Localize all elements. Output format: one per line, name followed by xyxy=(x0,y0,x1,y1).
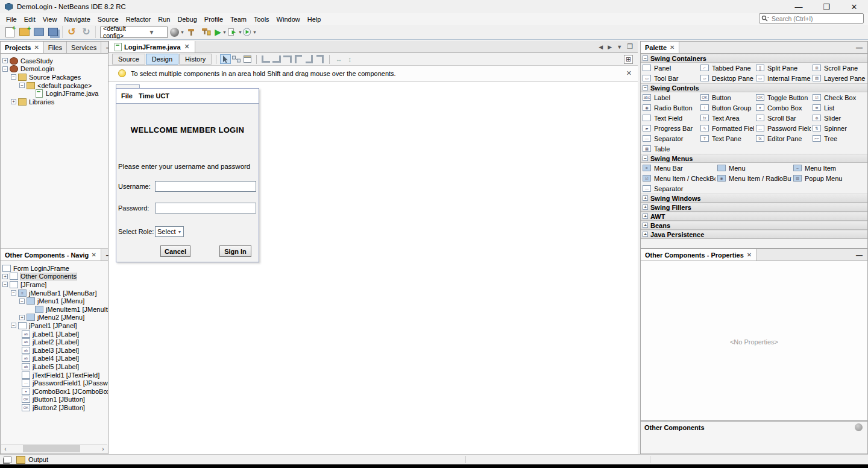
palette-item-menu-separator[interactable]: —Separator xyxy=(641,183,715,194)
close-icon[interactable]: ✕ xyxy=(34,44,39,51)
tree-item-demologin[interactable]: − DemoLogin xyxy=(2,65,108,74)
designed-jframe[interactable]: File Time UCT WELLCOME MEMBER LOGIN Plea… xyxy=(116,88,259,262)
tab-services[interactable]: Services xyxy=(67,42,101,53)
scroll-tabs-right-icon[interactable]: ▶ xyxy=(608,44,612,50)
menu-edit[interactable]: Edit xyxy=(20,14,39,24)
minimize-panel-button[interactable]: — xyxy=(851,42,867,53)
palette-section-swing-containers[interactable]: −Swing Containers xyxy=(641,54,867,63)
nav-item-form[interactable]: Form LoginJFrame xyxy=(2,264,108,273)
palette-item-layered-pane[interactable]: ▨Layered Pane xyxy=(811,73,867,83)
palette-item-table[interactable]: ▦Table xyxy=(641,144,699,154)
nav-item-jmenu1[interactable]: − jMenu1 [JMenu] xyxy=(2,297,108,305)
search-input[interactable] xyxy=(770,14,863,23)
nav-item-jmenubar1[interactable]: − ≡ jMenuBar1 [JMenuBar] xyxy=(2,289,108,297)
navigator-hscrollbar[interactable]: ‹ › xyxy=(1,444,107,453)
collapse-icon[interactable]: − xyxy=(19,299,25,304)
nav-item-jlabel5[interactable]: ab jLabel5 [JLabel] xyxy=(2,362,108,371)
debug-project-button[interactable]: ▼ xyxy=(228,25,242,39)
palette-section-java-persistence[interactable]: +Java Persistence xyxy=(641,230,867,239)
collapse-icon[interactable]: − xyxy=(11,74,16,80)
nav-item-jframe[interactable]: − [JFrame] xyxy=(2,280,108,289)
form-title-label[interactable]: WELLCOME MEMBER LOGIN xyxy=(116,125,259,134)
view-history-button[interactable]: History xyxy=(179,54,212,65)
quick-search[interactable] xyxy=(759,13,864,24)
palette-item-progress-bar[interactable]: ▰Progress Bar xyxy=(641,123,699,133)
password-label[interactable]: Password: xyxy=(118,204,155,212)
palette-item-tree[interactable]: ⌐⌐Tree xyxy=(811,133,867,144)
scroll-tabs-left-icon[interactable]: ◀ xyxy=(599,44,603,50)
scrollbar-thumb[interactable] xyxy=(23,445,80,452)
close-icon[interactable]: ✕ xyxy=(747,251,752,258)
palette-item-menu[interactable]: Menu xyxy=(715,163,791,173)
clean-build-button[interactable] xyxy=(199,25,213,39)
nav-item-jlabel4[interactable]: ab jLabel4 [JLabel] xyxy=(2,355,108,363)
palette-item-text-pane[interactable]: TText Pane xyxy=(699,133,754,144)
role-combobox[interactable]: Select ▼ xyxy=(155,226,184,237)
expand-icon[interactable]: + xyxy=(19,315,25,320)
resize-horizontal-button[interactable]: ↔ xyxy=(333,54,344,64)
palette-item-button-group[interactable]: ⁝Button Group xyxy=(699,103,754,113)
new-file-button[interactable] xyxy=(2,25,17,39)
menu-team[interactable]: Team xyxy=(227,14,250,24)
palette-item-text-area[interactable]: Text Area xyxy=(699,113,754,123)
menu-source[interactable]: Source xyxy=(94,14,122,24)
role-label[interactable]: Select Role: xyxy=(118,228,155,235)
palette-item-desktop-pane[interactable]: ▱Desktop Pane xyxy=(699,73,754,83)
save-all-button[interactable] xyxy=(46,25,60,39)
palette-item-tool-bar[interactable]: ▭Tool Bar xyxy=(641,73,699,83)
palette-item-spinner[interactable]: ⇅Spinner xyxy=(811,123,867,133)
deploy-button[interactable]: ▼ xyxy=(170,25,184,39)
palette-item-toggle-button[interactable]: Toggle Button xyxy=(754,92,811,103)
align-bottom-button[interactable] xyxy=(304,54,315,64)
center-horizontal-button[interactable] xyxy=(282,54,293,64)
password-field[interactable] xyxy=(155,203,256,213)
palette-item-panel[interactable]: Panel xyxy=(641,63,699,73)
palette-item-scroll-pane[interactable]: ⊞Scroll Pane xyxy=(811,63,867,73)
expand-icon[interactable]: + xyxy=(643,213,648,219)
nav-item-jmenu2[interactable]: + jMenu2 [JMenu] xyxy=(2,314,108,322)
palette-item-combo-box[interactable]: ▾Combo Box xyxy=(754,103,811,113)
designed-menu-timeuct[interactable]: Time UCT xyxy=(139,92,169,100)
expand-icon[interactable]: + xyxy=(2,58,8,63)
scroll-right-icon[interactable]: › xyxy=(99,446,107,452)
designed-menubar[interactable]: File Time UCT xyxy=(116,89,259,104)
scroll-left-icon[interactable]: ‹ xyxy=(1,446,10,452)
align-top-button[interactable] xyxy=(293,54,304,64)
collapse-icon[interactable]: − xyxy=(19,83,25,88)
menu-run[interactable]: Run xyxy=(154,14,174,24)
open-project-button[interactable] xyxy=(31,25,46,39)
tab-list-icon[interactable]: ▼ xyxy=(617,44,622,50)
palette-section-swing-controls[interactable]: −Swing Controls xyxy=(641,83,867,92)
center-vertical-button[interactable] xyxy=(315,54,326,64)
palette-item-slider[interactable]: ⊕Slider xyxy=(811,113,867,123)
project-config-select[interactable]: <default config> ▼ xyxy=(100,27,168,38)
palette-section-swing-menus[interactable]: −Swing Menus xyxy=(641,154,867,163)
restore-window-icon[interactable] xyxy=(4,457,11,463)
expand-icon[interactable]: + xyxy=(643,195,648,201)
connection-mode-button[interactable] xyxy=(231,54,242,64)
nav-item-jlabel3[interactable]: ab jLabel3 [JLabel] xyxy=(2,346,108,355)
palette-item-text-field[interactable]: Text Field xyxy=(641,113,699,123)
undo-button[interactable]: ↺ xyxy=(64,25,79,39)
nav-item-jbutton2[interactable]: OK jButton2 [JButton] xyxy=(2,403,108,412)
expand-icon[interactable]: + xyxy=(643,223,648,228)
palette-item-check-box[interactable]: ☑Check Box xyxy=(811,92,867,103)
tree-item-default-package[interactable]: − <default package> xyxy=(2,81,108,90)
close-icon[interactable]: ✕ xyxy=(184,43,190,51)
username-label[interactable]: Username: xyxy=(118,183,155,190)
tab-projects[interactable]: Projects✕ xyxy=(1,42,44,53)
nav-item-jmenuitem1[interactable]: jMenuItem1 [JMenuItem] xyxy=(2,305,108,314)
close-hint-icon[interactable]: ✕ xyxy=(626,69,632,77)
close-icon[interactable]: ✕ xyxy=(92,251,96,258)
expand-icon[interactable]: + xyxy=(2,274,8,279)
palette-item-password-field[interactable]: Password Field xyxy=(754,123,811,133)
signin-button[interactable]: Sign In xyxy=(219,245,251,257)
view-source-button[interactable]: Source xyxy=(112,54,145,65)
collapse-icon[interactable]: − xyxy=(2,66,8,72)
align-right-button[interactable] xyxy=(271,54,282,64)
maximize-editor-icon[interactable]: ❒ xyxy=(627,43,633,51)
palette-item-label[interactable]: Label xyxy=(641,92,699,103)
collapse-icon[interactable]: − xyxy=(643,156,648,161)
palette-item-split-pane[interactable]: ][Split Pane xyxy=(754,63,811,73)
palette-item-internal-frame[interactable]: ▭Internal Frame xyxy=(754,73,811,83)
